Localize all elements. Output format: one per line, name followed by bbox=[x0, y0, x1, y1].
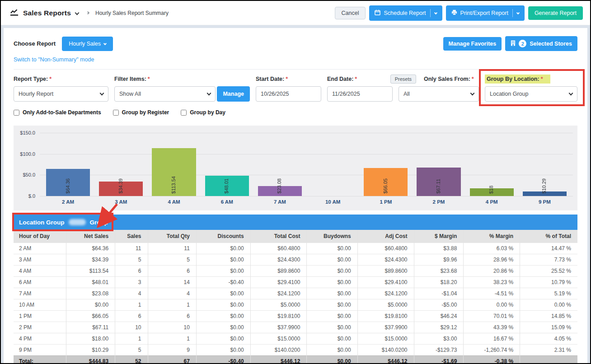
table-cell: $15.0000 bbox=[357, 333, 414, 345]
table-cell: $0.00 bbox=[307, 288, 357, 299]
selected-stores-button[interactable]: 2 Selected Stores bbox=[505, 36, 577, 51]
bar-value-label: $48.01 bbox=[224, 178, 229, 194]
table-cell: 5 bbox=[115, 254, 148, 266]
print-export-button[interactable]: Print/Export Report bbox=[446, 5, 525, 21]
table-header-cell: Total Qty bbox=[148, 230, 196, 243]
chart-x-axis: 2 AM3 AM4 AM6 AM7 AM10 AM1 PM2 PM4 PM9 P… bbox=[40, 196, 573, 209]
chart-slot bbox=[306, 133, 359, 196]
table-cell: $0.00 bbox=[196, 266, 250, 277]
required-marker: * bbox=[541, 76, 543, 82]
table-cell: 7 AM bbox=[14, 288, 66, 299]
table-row: 1 PM$66.0566$0.00$19.8100$0.00$19.8100$4… bbox=[14, 311, 577, 322]
checkbox-item[interactable]: Group by Register bbox=[113, 109, 169, 116]
chevron-down-icon[interactable] bbox=[75, 11, 80, 15]
table-cell: $0.00 bbox=[307, 266, 357, 277]
chart-slot: $67.11 bbox=[412, 133, 465, 196]
table-cell: 0.00 % bbox=[464, 299, 520, 311]
print-export-label: Print/Export Report bbox=[460, 10, 508, 16]
table-row: 2 PM$67.111010$0.00$37.9900$0.00$37.9900… bbox=[14, 322, 577, 333]
table-cell: -4.51 % bbox=[464, 288, 520, 299]
table-cell: 2 PM bbox=[14, 322, 66, 333]
choose-report-label: Choose Report bbox=[14, 40, 56, 47]
x-axis-tick: 2 AM bbox=[42, 196, 94, 209]
table-cell: 1 bbox=[148, 333, 196, 345]
report-type-select[interactable]: Hourly Report bbox=[14, 86, 108, 102]
x-axis-tick: 4 AM bbox=[147, 196, 200, 209]
table-cell: $89.8600 bbox=[250, 266, 307, 277]
generate-report-button[interactable]: Generate Report bbox=[528, 6, 583, 20]
filter-items-select[interactable]: Show All bbox=[114, 86, 216, 102]
switch-mode-link[interactable]: Switch to "Non-Summary" mode bbox=[14, 56, 94, 63]
only-sales-from-label: Only Sales From: bbox=[424, 76, 470, 82]
table-row: 9 PM$10.2959$0.00$140.0200$0.00$140.0200… bbox=[14, 345, 577, 356]
chevron-down-icon[interactable] bbox=[434, 11, 437, 14]
chart-slot: $64.36 bbox=[42, 133, 94, 196]
checkbox-input-1[interactable] bbox=[113, 110, 119, 116]
chart-bar-4-am: $113.54 bbox=[152, 148, 196, 196]
chart-bar-2-pm: $67.11 bbox=[417, 168, 460, 196]
only-sales-from-select[interactable]: All bbox=[399, 86, 479, 102]
table-cell: 4 AM bbox=[14, 266, 66, 277]
chart-bar-2-am: $64.36 bbox=[46, 169, 90, 196]
table-cell: 5.19 % bbox=[520, 288, 577, 299]
table-total-cell: -$1.69 bbox=[414, 356, 464, 364]
group-by-location-select[interactable]: Location Group bbox=[485, 86, 577, 102]
chart-plot-area: $64.36$34.39$113.54$48.01$23.08$66.05$67… bbox=[40, 133, 573, 196]
chart-bar-6-am: $48.01 bbox=[205, 176, 249, 196]
table-total-cell: 67 bbox=[148, 356, 196, 364]
table-row: 2 AM$64.361111$0.00$60.4800$0.00$60.4800… bbox=[14, 243, 577, 254]
table-cell: $23.68 bbox=[414, 266, 464, 277]
checkbox-item[interactable]: Group by Day bbox=[181, 109, 225, 116]
table-row: 4 PM$18.0011$0.00$15.0000$0.00$15.0000$3… bbox=[14, 333, 577, 345]
table-cell: 6 bbox=[115, 311, 148, 322]
table-total-cell: -$0.40 bbox=[196, 356, 250, 364]
table-cell: $0.00 bbox=[307, 299, 357, 311]
end-date-field: End Date:* Presets bbox=[327, 75, 393, 102]
chart-slot: $48.01 bbox=[201, 133, 253, 196]
checkbox-item[interactable]: Only Add-to-Sale Departments bbox=[14, 109, 101, 116]
manage-filter-button[interactable]: Manage bbox=[217, 86, 250, 102]
table-cell: 38.23 % bbox=[464, 277, 520, 288]
chevron-down-icon[interactable] bbox=[516, 11, 520, 14]
x-axis-tick: 10 AM bbox=[306, 196, 359, 209]
table-cell: 25.52 % bbox=[520, 266, 577, 277]
table-cell: 14.47 % bbox=[520, 243, 577, 254]
chart-slot: $10.29 bbox=[518, 133, 571, 196]
table-cell: $5.0000 bbox=[357, 299, 414, 311]
redacted-text bbox=[69, 219, 86, 225]
start-date-input[interactable] bbox=[256, 86, 321, 102]
presets-button[interactable]: Presets bbox=[390, 75, 416, 84]
chart-slot: $113.54 bbox=[147, 133, 200, 196]
checkbox-input-0[interactable] bbox=[14, 110, 19, 116]
y-axis-tick: $50.0 bbox=[23, 172, 35, 177]
required-marker: * bbox=[286, 76, 288, 82]
cancel-button[interactable]: Cancel bbox=[335, 7, 366, 19]
table-cell: $37.9900 bbox=[357, 322, 414, 333]
checkbox-input-2[interactable] bbox=[181, 110, 187, 116]
hourly-sales-table: Hour of DayNet SalesSalesTotal QtyDiscou… bbox=[14, 230, 577, 364]
selected-stores-count-badge: 2 bbox=[519, 40, 526, 47]
report-type-field: Report Type:* Hourly Report bbox=[14, 75, 108, 102]
table-cell: $3.00 bbox=[414, 333, 464, 345]
table-cell: 1 bbox=[148, 299, 196, 311]
end-date-input[interactable] bbox=[327, 86, 393, 102]
app-window: Sales Reports Hourly Sales Report Summar… bbox=[0, 0, 591, 364]
store-building-icon bbox=[511, 40, 516, 47]
bar-value-label: $113.54 bbox=[171, 176, 176, 194]
y-axis-tick: $.0 bbox=[28, 193, 35, 199]
table-cell: 6 bbox=[148, 266, 196, 277]
table-cell: 6.03 % bbox=[464, 243, 520, 254]
table-cell: 0.00 % bbox=[520, 299, 577, 311]
report-selector-button[interactable]: Hourly Sales bbox=[62, 37, 113, 51]
manage-favorites-button[interactable]: Manage Favorites bbox=[443, 37, 502, 51]
table-cell: $67.11 bbox=[66, 322, 115, 333]
table-total-cell: -0.38 % bbox=[464, 356, 520, 364]
table-cell: $29.12 bbox=[414, 322, 464, 333]
schedule-report-button[interactable]: Schedule Report bbox=[369, 5, 442, 21]
table-cell: $0.00 bbox=[196, 299, 250, 311]
table-cell: $9.96 bbox=[414, 254, 464, 266]
table-cell: $23.08 bbox=[66, 288, 115, 299]
table-cell: $140.0200 bbox=[357, 345, 414, 356]
table-header-cell: % Margin bbox=[464, 230, 520, 243]
table-cell: 11 bbox=[148, 243, 196, 254]
